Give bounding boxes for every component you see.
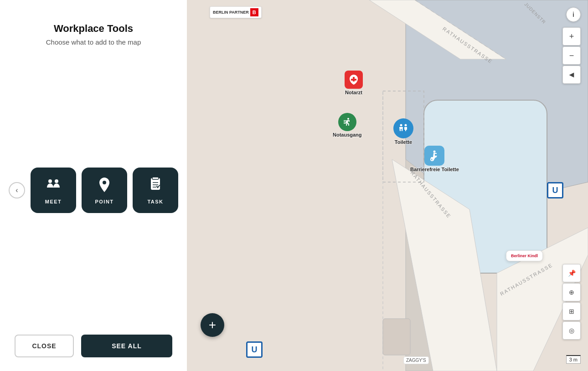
svg-point-25 <box>347 118 349 120</box>
tool-point[interactable]: POINT <box>82 168 127 213</box>
scale-bar: 3 m <box>566 355 581 364</box>
point-label: POINT <box>95 199 113 204</box>
svg-rect-4 <box>152 177 159 179</box>
map-canvas: RATHAUSSTRASSE JUDENSTR RATHAUSSTRASSE R… <box>187 0 588 371</box>
panel-header: Workplace Tools Choose what to add to th… <box>46 18 141 46</box>
marker-toilette[interactable]: Toilette <box>393 118 413 145</box>
svg-rect-26 <box>344 120 346 121</box>
map-location-button[interactable]: ◎ <box>562 321 581 340</box>
b-badge: B <box>250 8 258 16</box>
panel-subtitle: Choose what to add to the map <box>46 38 141 46</box>
map-layers-button[interactable]: ⊞ <box>562 302 581 320</box>
svg-rect-22 <box>383 319 410 355</box>
point-icon <box>96 177 113 195</box>
svg-rect-28 <box>344 123 346 124</box>
tool-task[interactable]: TASK <box>133 168 178 213</box>
map-area[interactable]: RATHAUSSTRASSE JUDENSTR RATHAUSSTRASSE R… <box>187 0 588 371</box>
task-label: TASK <box>147 199 163 204</box>
meet-label: MEET <box>45 199 62 204</box>
extra-controls: 📌 ⊕ ⊞ ◎ <box>562 264 581 340</box>
notarzt-label: Notarzt <box>345 90 362 95</box>
marker-notarzt[interactable]: Notarzt <box>345 71 363 95</box>
zaggys-label: ZAGGY'S <box>403 356 429 364</box>
panel-title: Workplace Tools <box>46 23 141 35</box>
marker-barrierefreie-toilette[interactable]: Barrierefreie Toilette <box>410 146 459 172</box>
toilette-label: Toilette <box>395 139 412 145</box>
svg-point-30 <box>405 124 407 127</box>
marker-notausgang[interactable]: Notausgang <box>333 113 362 137</box>
tools-area: ‹ MEET POINT <box>9 168 178 213</box>
info-button[interactable]: i <box>566 7 581 22</box>
notausgang-label: Notausgang <box>333 132 362 137</box>
map-ruler-button[interactable]: ⊕ <box>562 283 581 301</box>
zoom-out-button[interactable]: − <box>562 46 581 65</box>
svg-point-31 <box>433 151 436 153</box>
berlin-partner-badge: BERLIN PARTNER B <box>210 6 262 18</box>
add-button[interactable]: + <box>201 313 224 337</box>
berliner-kindl-badge: Berliner Kindl <box>506 250 543 261</box>
tool-meet[interactable]: MEET <box>31 168 76 213</box>
svg-point-2 <box>103 181 106 184</box>
see-all-button[interactable]: SEE ALL <box>81 335 172 357</box>
svg-rect-27 <box>344 122 346 122</box>
svg-rect-24 <box>351 79 356 81</box>
svg-point-0 <box>48 179 52 183</box>
svg-point-29 <box>400 124 402 127</box>
svg-point-1 <box>55 179 58 183</box>
ubahn-marker-2[interactable]: U <box>246 341 263 358</box>
meet-icon <box>45 177 62 195</box>
svg-rect-3 <box>151 178 160 190</box>
zoom-controls: + − ◄ <box>562 27 581 84</box>
ubahn-marker-1[interactable]: U <box>547 182 563 198</box>
barrierefreie-toilette-label: Barrierefreie Toilette <box>410 167 459 172</box>
map-pin-button[interactable]: 📌 <box>562 264 581 282</box>
close-button[interactable]: CLOSE <box>15 335 74 357</box>
prev-arrow-button[interactable]: ‹ <box>9 182 25 198</box>
zoom-in-button[interactable]: + <box>562 27 581 46</box>
task-icon <box>147 177 164 195</box>
left-panel: Workplace Tools Choose what to add to th… <box>0 0 187 371</box>
bottom-buttons: CLOSE SEE ALL <box>9 335 178 357</box>
reset-bearing-button[interactable]: ◄ <box>562 66 581 84</box>
